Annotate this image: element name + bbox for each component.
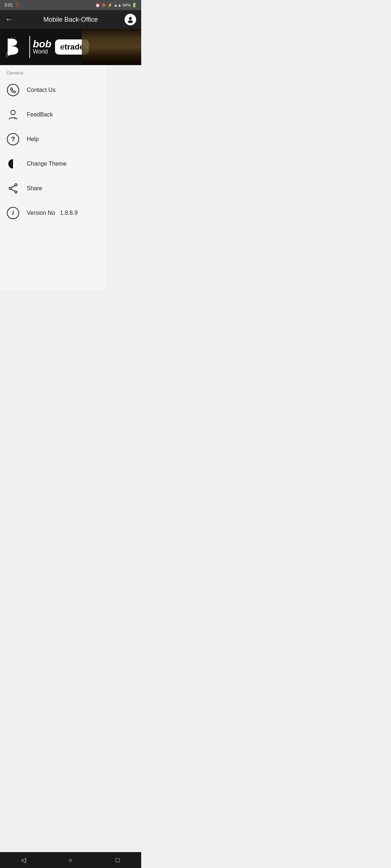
bob-logo: bob World etrade	[6, 33, 89, 61]
section-label-general: General	[0, 65, 107, 78]
status-bar: 3:01 ❓ ⏰ 🔕 ⚡ ▲▲ 84% 🔋	[0, 0, 141, 10]
share-icon	[7, 182, 20, 195]
app-bar-title: Mobile Back-Office	[43, 16, 98, 24]
info-icon: i	[7, 207, 20, 220]
menu-item-version[interactable]: i Version No 1.8.8.9	[0, 201, 107, 225]
change-theme-label: Change Theme	[27, 161, 67, 167]
battery-label: 84%	[123, 3, 131, 7]
status-icons: ⏰ 🔕 ⚡ ▲▲ 84% 🔋	[95, 3, 137, 8]
svg-point-10	[15, 191, 17, 193]
phone-icon	[7, 84, 20, 97]
logo-header: bob World etrade	[0, 29, 141, 65]
svg-point-5	[11, 110, 15, 115]
help-circle-icon: ❓	[14, 3, 20, 8]
bob-brand-text: bob	[33, 39, 51, 49]
signal-icon: ▲▲	[114, 3, 122, 7]
svg-point-0	[129, 17, 132, 20]
alarm-icon: ⏰	[95, 3, 100, 8]
menu-item-help[interactable]: ? Help	[0, 127, 107, 152]
help-label: Help	[27, 136, 39, 142]
app-bar: ← Mobile Back-Office	[0, 10, 141, 29]
share-label: Share	[27, 185, 42, 192]
background-overlay	[82, 29, 141, 65]
battery-icon: 🔋	[132, 3, 137, 8]
feedback-icon	[7, 108, 20, 121]
svg-point-9	[9, 187, 11, 190]
theme-icon	[7, 157, 20, 170]
svg-line-11	[11, 186, 15, 188]
b-brand-icon	[6, 35, 26, 59]
contact-us-label: Contact Us	[27, 87, 55, 93]
avatar[interactable]	[125, 14, 136, 25]
menu-item-contact-us[interactable]: Contact Us	[0, 78, 107, 102]
version-label: Version No 1.8.8.9	[27, 210, 78, 216]
help-icon: ?	[7, 133, 20, 146]
svg-point-1	[128, 20, 133, 23]
bluetooth-icon: ⚡	[108, 3, 113, 8]
world-text: World	[33, 48, 48, 55]
menu-item-change-theme[interactable]: Change Theme	[0, 152, 107, 176]
mute-icon: 🔕	[101, 3, 106, 8]
drawer-menu: General Contact Us FeedBack ? He	[0, 65, 107, 289]
status-time: 3:01	[4, 3, 13, 8]
svg-line-12	[11, 189, 15, 191]
svg-point-8	[15, 184, 17, 186]
feedback-label: FeedBack	[27, 111, 53, 118]
back-button[interactable]: ←	[5, 15, 13, 24]
menu-item-feedback[interactable]: FeedBack	[0, 102, 107, 127]
menu-item-share[interactable]: Share	[0, 176, 107, 201]
